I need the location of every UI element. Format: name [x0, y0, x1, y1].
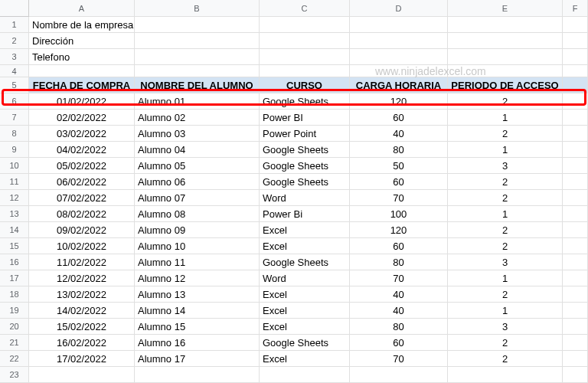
cell-E1[interactable] — [448, 17, 563, 33]
cell-B19[interactable]: Alumno 14 — [135, 303, 260, 319]
row-header-1[interactable]: 1 — [0, 17, 29, 33]
cell-F13[interactable] — [563, 206, 588, 222]
cell-B23[interactable] — [135, 367, 260, 383]
cell-B11[interactable]: Alumno 06 — [135, 174, 260, 190]
cell-F19[interactable] — [563, 303, 588, 319]
cell-E3[interactable] — [448, 49, 563, 65]
cell-C18[interactable]: Excel — [260, 286, 350, 303]
cell-B16[interactable]: Alumno 11 — [135, 254, 260, 270]
cell-D16[interactable]: 80 — [350, 254, 448, 270]
cell-F2[interactable] — [563, 33, 588, 49]
row-header-7[interactable]: 7 — [0, 110, 29, 126]
cell-F14[interactable] — [563, 222, 588, 238]
cell-B18[interactable]: Alumno 13 — [135, 286, 260, 303]
cell-F3[interactable] — [563, 49, 588, 65]
cell-B10[interactable]: Alumno 05 — [135, 158, 260, 174]
cell-F15[interactable] — [563, 238, 588, 254]
cell-E15[interactable]: 2 — [448, 238, 563, 254]
cell-C12[interactable]: Word — [260, 190, 350, 206]
cell-A1[interactable]: Nombre de la empresa — [29, 17, 135, 33]
cell-D19[interactable]: 40 — [350, 303, 448, 319]
cell-E18[interactable]: 2 — [448, 286, 563, 303]
cell-D20[interactable]: 80 — [350, 319, 448, 335]
cell-E19[interactable]: 1 — [448, 303, 563, 319]
row-header-23[interactable]: 23 — [0, 367, 29, 383]
cell-B3[interactable] — [135, 49, 260, 65]
cell-E10[interactable]: 3 — [448, 158, 563, 174]
cell-C17[interactable]: Word — [260, 270, 350, 286]
cell-F10[interactable] — [563, 158, 588, 174]
cell-D18[interactable]: 40 — [350, 286, 448, 303]
cell-F23[interactable] — [563, 367, 588, 383]
cell-D1[interactable] — [350, 17, 448, 33]
cell-D6[interactable]: 120 — [350, 93, 448, 110]
cell-A9[interactable]: 04/02/2022 — [29, 142, 135, 158]
cell-F11[interactable] — [563, 174, 588, 190]
cell-C1[interactable] — [260, 17, 350, 33]
cell-D11[interactable]: 60 — [350, 174, 448, 190]
cell-B9[interactable]: Alumno 04 — [135, 142, 260, 158]
cell-F9[interactable] — [563, 142, 588, 158]
row-header-16[interactable]: 16 — [0, 254, 29, 270]
cell-F17[interactable] — [563, 270, 588, 286]
table-header-A[interactable]: FECHA DE COMPRA — [29, 77, 135, 93]
cell-C21[interactable]: Google Sheets — [260, 335, 350, 351]
row-header-12[interactable]: 12 — [0, 190, 29, 206]
cell-D8[interactable]: 40 — [350, 126, 448, 142]
cell-E4[interactable] — [448, 65, 563, 77]
cell-C10[interactable]: Google Sheets — [260, 158, 350, 174]
cell-A11[interactable]: 06/02/2022 — [29, 174, 135, 190]
row-header-5[interactable]: 5 — [0, 77, 29, 93]
row-header-22[interactable]: 22 — [0, 351, 29, 367]
cell-D23[interactable] — [350, 367, 448, 383]
cell-A16[interactable]: 11/02/2022 — [29, 254, 135, 270]
cell-C2[interactable] — [260, 33, 350, 49]
table-header-C[interactable]: CURSO — [260, 77, 350, 93]
cell-A19[interactable]: 14/02/2022 — [29, 303, 135, 319]
cell-B8[interactable]: Alumno 03 — [135, 126, 260, 142]
cell-A6[interactable]: 01/02/2022 — [29, 93, 135, 110]
row-header-15[interactable]: 15 — [0, 238, 29, 254]
cell-D7[interactable]: 60 — [350, 110, 448, 126]
cell-E14[interactable]: 2 — [448, 222, 563, 238]
cell-F4[interactable] — [563, 65, 588, 77]
cell-A13[interactable]: 08/02/2022 — [29, 206, 135, 222]
cell-C13[interactable]: Power Bi — [260, 206, 350, 222]
cell-E8[interactable]: 2 — [448, 126, 563, 142]
row-header-13[interactable]: 13 — [0, 206, 29, 222]
cell-C16[interactable]: Google Sheets — [260, 254, 350, 270]
cell-A8[interactable]: 03/02/2022 — [29, 126, 135, 142]
cell-C14[interactable]: Excel — [260, 222, 350, 238]
cell-C20[interactable]: Excel — [260, 319, 350, 335]
cell-B1[interactable] — [135, 17, 260, 33]
cell-A15[interactable]: 10/02/2022 — [29, 238, 135, 254]
cell-B7[interactable]: Alumno 02 — [135, 110, 260, 126]
cell-A14[interactable]: 09/02/2022 — [29, 222, 135, 238]
row-header-17[interactable]: 17 — [0, 270, 29, 286]
cell-F6[interactable] — [563, 93, 588, 110]
cell-F18[interactable] — [563, 286, 588, 303]
cell-A3[interactable]: Telefono — [29, 49, 135, 65]
cell-C9[interactable]: Google Sheets — [260, 142, 350, 158]
cell-D15[interactable]: 60 — [350, 238, 448, 254]
cell-D12[interactable]: 70 — [350, 190, 448, 206]
cell-E16[interactable]: 3 — [448, 254, 563, 270]
cell-E2[interactable] — [448, 33, 563, 49]
cell-A21[interactable]: 16/02/2022 — [29, 335, 135, 351]
cell-E7[interactable]: 1 — [448, 110, 563, 126]
cell-A18[interactable]: 13/02/2022 — [29, 286, 135, 303]
table-header-D[interactable]: CARGA HORARIA — [350, 77, 448, 93]
table-header-B[interactable]: NOMBRE DEL ALUMNO — [135, 77, 260, 93]
cell-A23[interactable] — [29, 367, 135, 383]
cell-E21[interactable]: 2 — [448, 335, 563, 351]
cell-D17[interactable]: 70 — [350, 270, 448, 286]
cell-B21[interactable]: Alumno 16 — [135, 335, 260, 351]
cell-C3[interactable] — [260, 49, 350, 65]
cell-F7[interactable] — [563, 110, 588, 126]
cell-D13[interactable]: 100 — [350, 206, 448, 222]
col-header-D[interactable]: D — [350, 0, 448, 17]
cell-B2[interactable] — [135, 33, 260, 49]
cell-F20[interactable] — [563, 319, 588, 335]
cell-C15[interactable]: Excel — [260, 238, 350, 254]
cell-A10[interactable]: 05/02/2022 — [29, 158, 135, 174]
